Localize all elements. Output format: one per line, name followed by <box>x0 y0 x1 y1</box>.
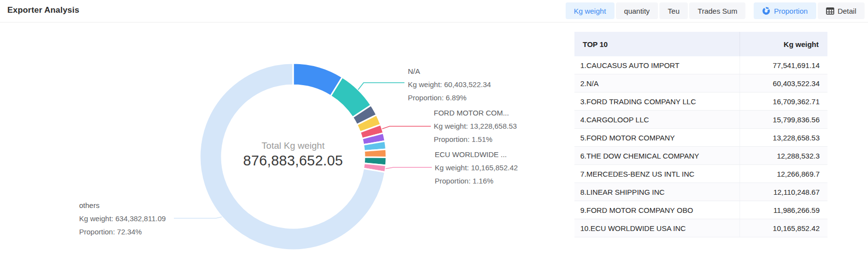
top-bar: Exporter Analysis Kg weightquantityTeuTr… <box>0 0 868 23</box>
kg-weight-cell: 12,266,869.7 <box>740 165 827 183</box>
exporter-name-cell: 8.LINEAR SHIPPING INC <box>574 183 740 201</box>
toolbar-button-kg-weight[interactable]: Kg weight <box>566 2 614 19</box>
callout-others: othersKg weight: 634,382,811.09Proportio… <box>79 199 166 238</box>
callout-proportion: Proportion: 6.89% <box>408 91 491 104</box>
kg-weight-cell: 13,228,658.53 <box>740 129 827 146</box>
toolbar-button-label: Proportion <box>774 7 807 15</box>
toolbar: Kg weightquantityTeuTrades SumProportion… <box>566 2 865 19</box>
callout-name: ECU WORLDWIDE ... <box>435 148 518 161</box>
kg-weight-cell: 10,165,852.42 <box>740 219 827 237</box>
table-header-top10: TOP 10 <box>574 32 740 56</box>
exporter-name-cell: 5.FORD MOTOR COMPANY <box>574 129 740 146</box>
exporter-name-cell: 2.N/A <box>574 74 740 92</box>
table-row: 4.CARGOLOOP LLC15,799,836.56 <box>574 111 827 129</box>
kg-weight-cell: 16,709,362.71 <box>740 92 827 110</box>
table-row: 3.FORD TRADING COMPANY LLC16,709,362.71 <box>574 92 827 111</box>
toolbar-button-label: Trades Sum <box>698 7 737 15</box>
table-row: 1.CAUCASUS AUTO IMPORT77,541,691.14 <box>574 56 827 74</box>
exporter-name-cell: 3.FORD TRADING COMPANY LLC <box>574 92 740 110</box>
chart-center-label: Total Kg weight <box>220 140 366 151</box>
table-header-kg-weight: Kg weight <box>740 32 827 56</box>
kg-weight-cell: 77,541,691.14 <box>740 56 827 74</box>
donut-chart-icon <box>762 7 770 15</box>
table-icon <box>826 7 834 15</box>
toolbar-button-proportion[interactable]: Proportion <box>754 2 816 19</box>
table-row: 2.N/A60,403,522.34 <box>574 74 827 92</box>
callout-kg-weight: Kg weight: 13,228,658.53 <box>434 119 517 133</box>
toolbar-button-detail[interactable]: Detail <box>818 2 865 19</box>
kg-weight-cell: 60,403,522.34 <box>740 74 827 92</box>
callout-kg-weight: Kg weight: 10,165,852.42 <box>435 161 518 174</box>
callout-leader-line-n-a <box>358 83 404 90</box>
exporter-name-cell: 1.CAUCASUS AUTO IMPORT <box>574 56 740 74</box>
toolbar-button-trades-sum[interactable]: Trades Sum <box>689 2 745 19</box>
chart-center: Total Kg weight 876,883,652.05 <box>220 140 366 169</box>
toolbar-button-label: Teu <box>668 7 679 15</box>
exporter-name-cell: 4.CARGOLOOP LLC <box>574 111 740 128</box>
callout-kg-weight: Kg weight: 634,382,811.09 <box>79 212 166 225</box>
donut-slice-linear-shipping-inc[interactable] <box>364 149 386 158</box>
table-row: 6.THE DOW CHEMICAL COMPANY12,288,532.3 <box>574 147 827 165</box>
toolbar-button-label: quantity <box>624 7 650 15</box>
callout-name: others <box>79 199 166 212</box>
table-row: 7.MERCEDES-BENZ US INTL INC12,266,869.7 <box>574 165 827 183</box>
callout-name: N/A <box>408 65 491 78</box>
kg-weight-cell: 12,110,248.67 <box>740 183 827 201</box>
callout-ecu-worldwide: ECU WORLDWIDE ...Kg weight: 10,165,852.4… <box>435 148 518 187</box>
callout-name: FORD MOTOR COM... <box>434 106 517 119</box>
table-row: 9.FORD MOTOR COMPANY OBO11,986,266.59 <box>574 201 827 219</box>
table-row: 5.FORD MOTOR COMPANY13,228,658.53 <box>574 129 827 147</box>
kg-weight-cell: 15,799,836.56 <box>740 111 827 128</box>
exporter-name-cell: 9.FORD MOTOR COMPANY OBO <box>574 201 740 219</box>
kg-weight-cell: 12,288,532.3 <box>740 147 827 164</box>
callout-ford-motor-com: FORD MOTOR COM...Kg weight: 13,228,658.5… <box>434 106 517 146</box>
donut-chart-area: Total Kg weight 876,883,652.05 N/AKg wei… <box>0 23 567 253</box>
top10-table: TOP 10 Kg weight 1.CAUCASUS AUTO IMPORT7… <box>574 32 827 237</box>
callout-leader-line-others <box>174 217 222 218</box>
kg-weight-cell: 11,986,266.59 <box>740 201 827 219</box>
callout-proportion: Proportion: 1.51% <box>434 133 517 146</box>
table-body: 1.CAUCASUS AUTO IMPORT77,541,691.142.N/A… <box>574 56 827 237</box>
callout-proportion: Proportion: 1.16% <box>435 174 518 187</box>
table-header-row: TOP 10 Kg weight <box>574 32 827 56</box>
callout-n-a: N/AKg weight: 60,403,522.34Proportion: 6… <box>408 65 491 104</box>
toolbar-button-teu[interactable]: Teu <box>659 2 688 19</box>
table-row: 10.ECU WORLDWIDE USA INC10,165,852.42 <box>574 219 827 237</box>
chart-center-value: 876,883,652.05 <box>220 153 366 169</box>
exporter-name-cell: 10.ECU WORLDWIDE USA INC <box>574 219 740 237</box>
callout-proportion: Proportion: 72.34% <box>79 225 166 238</box>
toolbar-button-quantity[interactable]: quantity <box>616 2 658 19</box>
toolbar-button-label: Kg weight <box>574 7 606 15</box>
callout-kg-weight: Kg weight: 60,403,522.34 <box>408 78 491 91</box>
callout-leader-line-ford-motor-com <box>382 126 431 129</box>
exporter-name-cell: 7.MERCEDES-BENZ US INTL INC <box>574 165 740 183</box>
exporter-name-cell: 6.THE DOW CHEMICAL COMPANY <box>574 147 740 164</box>
page-title: Exporter Analysis <box>7 5 79 15</box>
toolbar-button-label: Detail <box>838 7 856 15</box>
callout-leader-line-ecu-worldwide <box>385 167 432 169</box>
table-row: 8.LINEAR SHIPPING INC12,110,248.67 <box>574 183 827 201</box>
